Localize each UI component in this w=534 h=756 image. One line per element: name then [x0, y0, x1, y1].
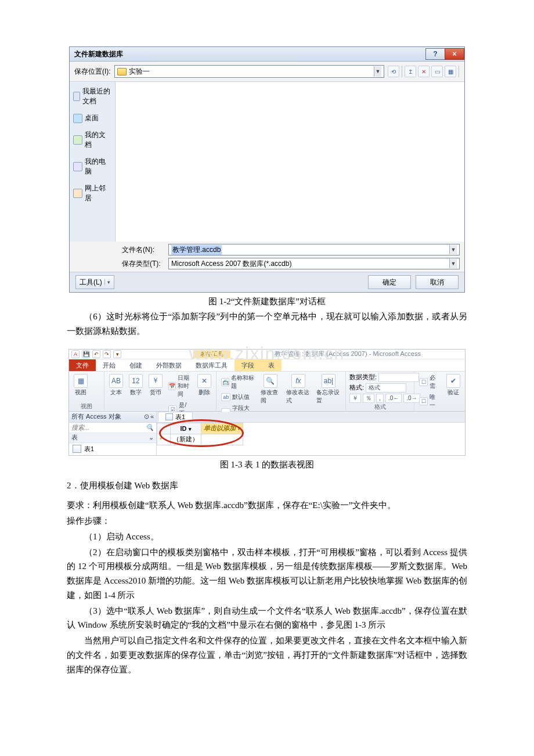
- back-icon[interactable]: ⟲: [388, 66, 399, 77]
- format-combo[interactable]: 格式: [366, 383, 406, 393]
- desktop-icon: [73, 114, 82, 123]
- nav-group-tables[interactable]: 表⌄: [69, 433, 156, 443]
- datetime-button[interactable]: 📅日期和时间: [167, 373, 193, 399]
- increase-decimals-button[interactable]: .0←: [385, 394, 402, 403]
- nav-search[interactable]: 搜索...🔍: [69, 423, 156, 433]
- column-add-new[interactable]: 单击以添加 ▾: [201, 423, 243, 434]
- chevron-down-icon: ▾: [189, 426, 192, 432]
- figure-1-3-caption: 图 1-3 表 1 的数据表视图: [67, 459, 467, 470]
- delete-icon[interactable]: ✕: [418, 66, 430, 77]
- table-row-new[interactable]: * （新建）: [157, 434, 243, 445]
- nav-item-table1[interactable]: 表1: [69, 443, 156, 455]
- save-in-combo[interactable]: 实验一 ▼: [114, 65, 384, 78]
- place-mycomputer[interactable]: 我的电脑: [70, 156, 115, 178]
- ribbon-group-addremove: AB文本 12数字 ￥货币 📅日期和时间 ☑是/否 ▾其他字段 ✕删除 添加和删…: [104, 372, 217, 411]
- currency-button[interactable]: ￥货币: [147, 373, 164, 398]
- save-icon[interactable]: 💾: [82, 350, 90, 358]
- row-selector-header[interactable]: [157, 423, 171, 434]
- place-desktop[interactable]: 桌面: [70, 112, 115, 124]
- ribbon-group-validation: ☐必需 ☐唯一 ☐已索引 ✔验证 字段验证: [414, 372, 465, 411]
- place-mydocs[interactable]: 我的文档: [70, 129, 115, 151]
- ok-button[interactable]: 确定: [368, 275, 411, 289]
- filetype-label: 保存类型(T):: [122, 259, 168, 269]
- datatype-combo[interactable]: [378, 373, 419, 382]
- step-1: （1）启动 Access。: [67, 530, 467, 544]
- unique-check[interactable]: ☐唯一: [418, 392, 442, 411]
- tools-button[interactable]: 工具(L)▾: [75, 275, 114, 289]
- name-caption-button[interactable]: 📇名称和标题: [220, 373, 256, 391]
- validation-button[interactable]: ✔验证: [445, 373, 461, 398]
- tab-external[interactable]: 外部数据: [149, 359, 189, 371]
- currency-icon: ￥: [149, 374, 163, 388]
- nav-collapse-icon[interactable]: ⊙«: [144, 413, 154, 420]
- chevron-down-icon: ▾: [104, 279, 110, 285]
- cancel-button[interactable]: 取消: [416, 275, 459, 289]
- dialog-toolbar: ⟲ ↥ ✕ ▭ ▦: [388, 66, 460, 77]
- save-in-value: 实验一: [129, 67, 150, 77]
- percent-format-button[interactable]: ％: [363, 394, 374, 403]
- places-bar: 我最近的文档 桌面 我的文档 我的电脑 网上邻居: [70, 82, 116, 242]
- close-button[interactable]: ×: [445, 48, 464, 60]
- views-icon[interactable]: ▦: [445, 66, 456, 77]
- mydocs-icon: [73, 135, 82, 145]
- view-button[interactable]: ▦视图: [73, 373, 89, 398]
- up-icon[interactable]: ↥: [405, 66, 416, 77]
- place-network[interactable]: 网上邻居: [70, 182, 115, 204]
- text-button[interactable]: AB文本: [108, 373, 124, 398]
- datetime-icon: 📅: [168, 382, 176, 390]
- delete-icon: ✕: [197, 374, 211, 388]
- new-row-indicator: *: [157, 434, 171, 445]
- file-new-database-dialog: 文件新建数据库 ? × 保存位置(I): 实验一 ▼ ⟲ ↥ ✕ ▭ ▦: [69, 46, 465, 293]
- datatype-label: 数据类型:: [349, 373, 377, 382]
- filetype-combo[interactable]: Microsoft Access 2007 数据库(*.accdb) ▼: [168, 258, 460, 269]
- save-in-label: 保存位置(I):: [74, 67, 111, 77]
- chevron-down-icon[interactable]: ▼: [449, 245, 457, 254]
- step-3: （3）选中“联系人 Web 数据库”，则自动生成一个文件名“联系人 Web 数据…: [67, 604, 467, 633]
- file-list[interactable]: [116, 82, 464, 242]
- ribbon-group-view: ▦视图 视图: [69, 372, 104, 411]
- datasheet-grid[interactable]: ID ▾ 单击以添加 ▾ * （新建）: [157, 423, 465, 445]
- ribbon-group-props: 📇名称和标题 ab默认值 ↔字段大小 🔍修改查阅 fx修改表达式 ab|备忘录设…: [217, 372, 346, 411]
- cell-id-new[interactable]: （新建）: [171, 434, 201, 445]
- qat-more-icon[interactable]: ▾: [113, 350, 121, 358]
- tab-create[interactable]: 创建: [122, 359, 149, 371]
- new-folder-icon[interactable]: ▭: [431, 66, 443, 77]
- currency-format-button[interactable]: ￥: [349, 394, 361, 403]
- help-button[interactable]: ?: [425, 48, 445, 60]
- tab-file[interactable]: 文件: [69, 359, 96, 371]
- filename-input[interactable]: 教学管理.accdb ▼: [168, 244, 460, 255]
- step-2: （2）在启动窗口中的模板类别窗格中，双击样本模板，打开“可用模板”窗格，可以看到…: [67, 545, 467, 603]
- place-recent[interactable]: 我最近的文档: [70, 85, 115, 107]
- figure-1-2-caption: 图 1-2“文件新建数据库”对话框: [67, 296, 467, 307]
- navigation-pane: 所有 Access 对象⊙« 搜索...🔍 表⌄ 表1: [69, 412, 157, 455]
- required-check[interactable]: ☐必需: [418, 373, 442, 391]
- collapse-icon: ⌄: [149, 434, 154, 441]
- default-value-button[interactable]: ab默认值: [220, 392, 256, 402]
- comma-format-button[interactable]: ,: [376, 394, 384, 403]
- undo-icon[interactable]: ↶: [92, 350, 100, 358]
- section-2-title: 2．使用模板创建 Web 数据库: [67, 478, 467, 493]
- modify-expr-button[interactable]: fx修改表达式: [285, 373, 312, 406]
- chevron-down-icon[interactable]: ▼: [449, 259, 457, 268]
- cell-addnew[interactable]: [201, 434, 243, 445]
- computer-icon: [73, 162, 82, 171]
- modify-lookup-button[interactable]: 🔍修改查阅: [259, 373, 282, 406]
- nav-header[interactable]: 所有 Access 对象⊙«: [69, 412, 156, 423]
- redo-icon[interactable]: ↷: [103, 350, 111, 358]
- datasheet-area: 表1 ID ▾ 单击以添加 ▾ * （新建）: [157, 412, 465, 455]
- ribbon-group-format: 数据类型: 格式:格式 ￥ ％ , .0← .0→ 格式: [346, 372, 414, 411]
- tab-home[interactable]: 开始: [96, 359, 122, 371]
- section-2-steps-label: 操作步骤：: [67, 514, 467, 528]
- delete-field-button[interactable]: ✕删除: [196, 373, 212, 398]
- recent-icon: [73, 92, 80, 101]
- chevron-down-icon[interactable]: ▼: [374, 66, 381, 77]
- default-icon: ab: [221, 393, 230, 401]
- object-tab-table1[interactable]: 表1: [158, 412, 193, 422]
- network-icon: [73, 189, 82, 198]
- view-icon: ▦: [74, 374, 88, 388]
- column-id[interactable]: ID ▾: [171, 423, 201, 434]
- lookup-icon: 🔍: [264, 374, 277, 388]
- memo-settings-button[interactable]: ab|备忘录设置: [315, 373, 342, 406]
- expr-icon: fx: [291, 374, 305, 388]
- number-button[interactable]: 12数字: [128, 373, 144, 398]
